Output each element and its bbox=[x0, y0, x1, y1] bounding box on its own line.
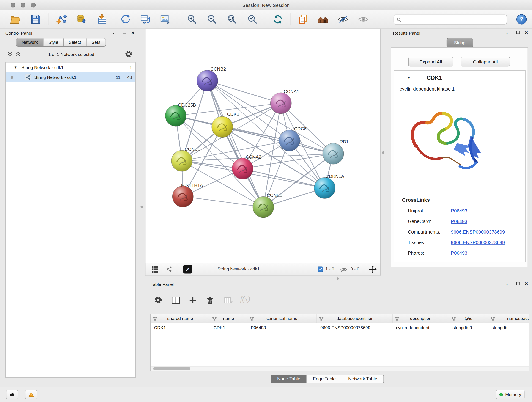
crosslink-tissues-link[interactable]: 9606.ENSP00000378699 bbox=[451, 237, 505, 248]
network-node-CCNA1[interactable] bbox=[270, 93, 291, 114]
zoom-fit-button[interactable] bbox=[224, 12, 240, 27]
panel-close-icon[interactable]: ✕ bbox=[525, 31, 528, 35]
network-from-table-button[interactable] bbox=[138, 12, 154, 27]
network-canvas[interactable]: CCNB2CCNA1CDC25BCDK1CDC6RB1CCNB1CCNA2CDK… bbox=[145, 28, 381, 263]
network-row-selected[interactable]: String Network - cdk1 11 48 bbox=[6, 72, 135, 82]
panel-float-icon[interactable] bbox=[516, 282, 520, 285]
panel-close-icon[interactable]: ✕ bbox=[525, 282, 528, 286]
network-node-CCNA2[interactable] bbox=[232, 158, 253, 179]
import-table-button[interactable] bbox=[94, 12, 109, 27]
column-header-name[interactable]: name bbox=[210, 314, 247, 323]
table-settings-button[interactable] bbox=[154, 296, 162, 304]
column-header-namespace[interactable]: namespace bbox=[488, 314, 529, 323]
open-session-button[interactable] bbox=[7, 12, 23, 27]
splitter-handle[interactable] bbox=[336, 277, 339, 280]
warnings-button[interactable] bbox=[25, 390, 37, 400]
open-in-new-window-button[interactable]: ↗ bbox=[183, 265, 192, 274]
export-image-button[interactable] bbox=[158, 12, 173, 27]
save-session-button[interactable] bbox=[28, 12, 43, 27]
tab-edge-table[interactable]: Edge Table bbox=[306, 375, 342, 383]
splitter-handle[interactable] bbox=[382, 151, 384, 153]
panel-menu-caret-icon[interactable]: ▼ bbox=[506, 283, 509, 286]
copy-document-icon bbox=[298, 14, 308, 24]
network-node-CCNE1[interactable] bbox=[253, 196, 274, 217]
panel-close-icon[interactable]: ✕ bbox=[131, 31, 135, 35]
network-options-gear-button[interactable] bbox=[125, 50, 133, 58]
refresh-button[interactable] bbox=[270, 12, 286, 27]
delete-column-button-disabled[interactable] bbox=[224, 297, 233, 304]
tab-style[interactable]: Style bbox=[43, 38, 63, 46]
expand-all-button[interactable]: Expand All bbox=[408, 57, 453, 66]
pan-mode-button[interactable] bbox=[369, 265, 377, 273]
tab-node-table[interactable]: Node Table bbox=[271, 375, 306, 383]
houses-button[interactable] bbox=[315, 12, 331, 27]
column-header-description[interactable]: description bbox=[393, 314, 449, 323]
delete-row-button[interactable] bbox=[207, 296, 214, 305]
function-builder-button[interactable]: f(x) bbox=[240, 294, 250, 303]
network-edge[interactable] bbox=[222, 127, 333, 154]
show-all-button[interactable] bbox=[355, 12, 371, 27]
crosslink-genecard-link[interactable]: P06493 bbox=[451, 216, 467, 227]
panel-menu-caret-icon[interactable]: ▼ bbox=[112, 32, 115, 35]
column-header-id[interactable]: @id bbox=[449, 314, 488, 323]
network-node-CDC6[interactable] bbox=[279, 130, 300, 151]
network-edge[interactable] bbox=[207, 81, 281, 103]
network-node-label: CCNB2 bbox=[210, 66, 226, 71]
cloud-icon bbox=[9, 392, 15, 397]
panel-float-icon[interactable] bbox=[516, 31, 520, 34]
table-row[interactable]: CDK1 CDK1 P06493 9606.ENSP00000378699 cy… bbox=[151, 323, 530, 332]
column-attribute-icon bbox=[491, 317, 495, 321]
tree-expander-icon[interactable]: ▼ bbox=[14, 62, 17, 72]
scrollbar-thumb[interactable] bbox=[153, 367, 190, 370]
hide-selected-button[interactable] bbox=[335, 12, 351, 27]
section-expander-icon[interactable]: ▼ bbox=[407, 76, 411, 80]
tab-select[interactable]: Select bbox=[63, 38, 86, 46]
network-node-CDK1[interactable] bbox=[212, 116, 233, 138]
tab-string[interactable]: String bbox=[447, 38, 473, 47]
network-node-HIST1H1A[interactable] bbox=[172, 186, 193, 207]
selected-indicator-checkbox[interactable] bbox=[317, 267, 323, 272]
column-header-shared-name[interactable]: shared name bbox=[151, 314, 210, 323]
network-tools-button[interactable] bbox=[118, 12, 133, 27]
memory-button[interactable]: Memory bbox=[496, 390, 525, 400]
column-header-canonical-name[interactable]: canonical name bbox=[247, 314, 317, 323]
grid-view-button[interactable] bbox=[152, 266, 158, 273]
network-share-button[interactable] bbox=[166, 266, 172, 272]
crosslink-compartments-link[interactable]: 9606.ENSP00000378699 bbox=[451, 227, 505, 237]
panel-float-icon[interactable] bbox=[123, 31, 126, 34]
show-columns-button[interactable] bbox=[172, 297, 180, 304]
zoom-out-button[interactable] bbox=[204, 12, 220, 27]
crosslink-uniprot-link[interactable]: P06493 bbox=[451, 206, 467, 216]
zoom-selected-button[interactable] bbox=[245, 12, 260, 27]
help-button[interactable]: ? bbox=[514, 12, 529, 27]
tab-sets[interactable]: Sets bbox=[86, 38, 105, 46]
network-node-label: CDK1 bbox=[227, 112, 239, 117]
network-collection-row[interactable]: ▼ String Network - cdk1 1 bbox=[6, 62, 135, 72]
network-edge[interactable] bbox=[183, 196, 263, 207]
import-network-file-button[interactable] bbox=[54, 12, 70, 27]
copy-document-button[interactable] bbox=[295, 12, 311, 27]
network-edge[interactable] bbox=[207, 81, 263, 207]
column-header-database-identifier[interactable]: database identifier bbox=[317, 314, 393, 323]
crosslink-label: Pharos: bbox=[408, 248, 424, 258]
horizontal-scrollbar[interactable] bbox=[151, 366, 529, 370]
network-node-label: CDC6 bbox=[294, 126, 306, 131]
network-node-RB1[interactable] bbox=[323, 143, 344, 164]
panel-menu-caret-icon[interactable]: ▼ bbox=[506, 32, 509, 35]
network-node-CDKN1A[interactable] bbox=[314, 178, 335, 199]
search-input[interactable] bbox=[404, 17, 504, 22]
splitter-handle[interactable] bbox=[140, 206, 143, 208]
cloud-button[interactable] bbox=[6, 390, 18, 400]
import-network-database-button[interactable] bbox=[74, 12, 89, 27]
crosslink-pharos-link[interactable]: P06493 bbox=[451, 248, 467, 258]
crosslink-label: GeneCard: bbox=[408, 216, 431, 227]
network-node-CCNB2[interactable] bbox=[197, 70, 218, 91]
results-panel: Results Panel ▼ ✕ String Expand All Coll… bbox=[390, 28, 530, 278]
network-node-CDC25B[interactable] bbox=[165, 105, 186, 126]
zoom-in-button[interactable] bbox=[184, 12, 200, 27]
tab-network[interactable]: Network bbox=[17, 38, 43, 46]
network-node-CCNB1[interactable] bbox=[171, 150, 192, 172]
collapse-all-button[interactable]: Collapse All bbox=[461, 57, 510, 66]
add-column-button[interactable] bbox=[189, 297, 196, 304]
tab-network-table[interactable]: Network Table bbox=[342, 375, 383, 383]
